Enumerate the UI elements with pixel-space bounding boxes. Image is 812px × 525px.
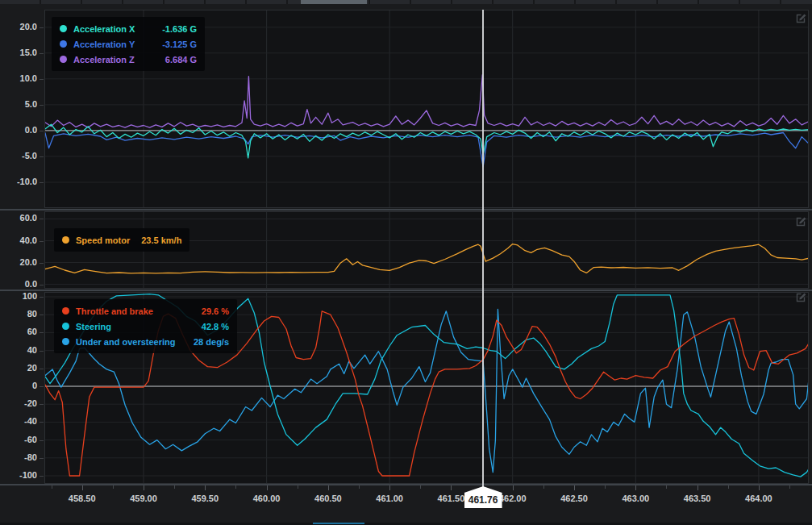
y-tick-mark — [40, 131, 44, 131]
y-tick-mark — [40, 404, 44, 405]
y-tick-mark — [40, 369, 44, 369]
x-tick-mark — [359, 485, 360, 489]
x-tick-mark — [174, 485, 175, 489]
y-tick-mark — [40, 476, 44, 477]
legend-label: Acceleration X — [73, 24, 151, 34]
y-tick-label: 80 — [0, 309, 37, 319]
y-tick-mark — [40, 351, 44, 352]
legend-dot-icon — [60, 56, 67, 63]
legend-label: Acceleration Z — [73, 55, 151, 65]
x-tick-label: 461.50 — [438, 494, 465, 503]
edit-speed-panel-button[interactable] — [794, 215, 807, 227]
y-tick-mark — [40, 53, 44, 54]
clipped-chart-hint — [313, 523, 364, 524]
x-tick-mark — [451, 485, 452, 490]
y-tick-mark — [40, 79, 44, 80]
y-tick-label: 0.0 — [0, 125, 37, 135]
x-tick-mark — [635, 485, 636, 490]
driver-inputs-legend[interactable]: Throttle and brake29.6 %Steering42.8 %Un… — [54, 299, 237, 353]
y-tick-label: 0 — [0, 381, 37, 390]
telemetry-app: 20.015.010.05.00.0-5.0-10.0 60.040.020.0… — [0, 0, 812, 525]
y-tick-label: 60.0 — [0, 213, 37, 223]
edit-driver-inputs-panel-button[interactable] — [794, 290, 807, 303]
y-tick-mark — [40, 105, 44, 106]
x-tick-mark — [513, 485, 514, 490]
series-accel-y — [45, 133, 809, 167]
y-tick-label: -5.0 — [0, 151, 37, 160]
timeline-scrollbar[interactable] — [0, 0, 812, 4]
legend-label: Under and oversteering — [76, 337, 182, 347]
y-tick-mark — [40, 27, 44, 28]
edit-pencil-icon — [794, 290, 807, 303]
y-tick-label: 20 — [0, 363, 37, 373]
x-tick-label: 462.50 — [560, 494, 588, 503]
x-tick-mark — [789, 485, 790, 489]
legend-value: 42.8 % — [190, 322, 229, 331]
timeline-scrollbar-thumb[interactable] — [301, 0, 367, 4]
y-tick-mark — [40, 219, 44, 219]
legend-row-under-oversteering[interactable]: Under and oversteering28 deg/s — [62, 334, 229, 349]
x-tick-mark — [52, 485, 52, 489]
legend-label: Acceleration Y — [73, 40, 151, 49]
x-tick-mark — [728, 485, 729, 489]
legend-value: -1.636 G — [151, 24, 197, 34]
legend-dot-icon — [62, 307, 69, 315]
x-tick-label: 458.50 — [69, 494, 96, 503]
y-tick-label: -100 — [0, 470, 37, 480]
acceleration-legend[interactable]: Acceleration X-1.636 GAcceleration Y-3.1… — [52, 17, 205, 71]
x-tick-mark — [82, 485, 83, 490]
x-tick-mark — [574, 485, 575, 490]
y-tick-mark — [40, 285, 44, 285]
panel-separator — [0, 209, 812, 210]
y-tick-mark — [40, 297, 44, 298]
legend-value: 23.5 km/h — [130, 235, 181, 245]
x-tick-label: 463.50 — [684, 494, 711, 503]
edit-pencil-icon — [794, 11, 807, 24]
y-tick-label: 5.0 — [0, 99, 37, 109]
time-cursor-line[interactable] — [482, 10, 484, 487]
legend-row-throttle-brake[interactable]: Throttle and brake29.6 % — [62, 303, 229, 319]
x-tick-mark — [144, 485, 144, 490]
x-tick-label: 460.50 — [314, 494, 342, 503]
time-axis: 458.50459.00459.50460.00460.50461.00461.… — [0, 485, 812, 525]
y-tick-label: 40.0 — [0, 235, 37, 245]
legend-row-steering[interactable]: Steering42.8 % — [62, 319, 229, 334]
x-tick-label: 459.50 — [191, 494, 219, 503]
legend-dot-icon — [60, 25, 67, 32]
legend-row-accel-x[interactable]: Acceleration X-1.636 G — [60, 21, 197, 36]
panel-separator — [0, 290, 812, 291]
x-tick-mark — [759, 485, 760, 490]
legend-label: Throttle and brake — [76, 306, 182, 316]
legend-row-accel-y[interactable]: Acceleration Y-3.125 G — [60, 36, 197, 52]
x-tick-label: 460.00 — [253, 494, 281, 503]
series-accel-z — [45, 75, 809, 127]
legend-dot-icon — [62, 323, 69, 330]
legend-row-speed-motor[interactable]: Speed motor23.5 km/h — [62, 232, 181, 248]
y-tick-mark — [40, 440, 44, 441]
legend-row-accel-z[interactable]: Acceleration Z6.684 G — [60, 52, 197, 67]
edit-acceleration-panel-button[interactable] — [794, 11, 807, 24]
speed-legend[interactable]: Speed motor23.5 km/h — [54, 228, 189, 252]
y-tick-mark — [40, 458, 44, 459]
y-tick-label: -10.0 — [0, 177, 37, 186]
x-tick-label: 459.00 — [130, 494, 157, 503]
x-tick-mark — [389, 485, 390, 490]
x-tick-mark — [605, 485, 606, 489]
y-tick-mark — [40, 156, 44, 157]
legend-dot-icon — [60, 40, 67, 48]
y-tick-label: -40 — [0, 416, 37, 426]
x-tick-label: 463.00 — [622, 494, 649, 503]
y-tick-label: 20.0 — [0, 257, 37, 267]
time-cursor-value: 461.76 — [468, 493, 498, 508]
x-tick-mark — [267, 485, 268, 490]
x-tick-mark — [543, 485, 544, 489]
y-tick-label: 40 — [0, 345, 37, 355]
y-tick-mark — [40, 241, 44, 242]
y-tick-label: 0.0 — [0, 279, 37, 289]
legend-value: 29.6 % — [190, 306, 229, 316]
legend-label: Steering — [76, 322, 182, 331]
x-tick-mark — [205, 485, 206, 490]
x-tick-mark — [420, 485, 421, 489]
edit-pencil-icon — [794, 215, 807, 227]
y-tick-label: 20.0 — [0, 22, 37, 31]
